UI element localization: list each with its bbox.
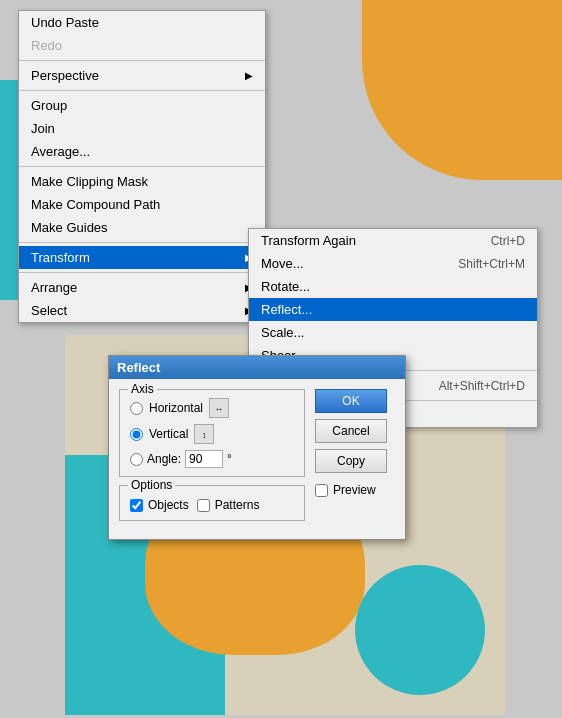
preview-label: Preview	[333, 483, 376, 497]
menu-item-join[interactable]: Join	[19, 117, 265, 140]
menu-item-make-compound-path[interactable]: Make Compound Path	[19, 193, 265, 216]
menu-separator-1	[19, 60, 265, 61]
submenu-item-transform-again[interactable]: Transform Again Ctrl+D	[249, 229, 537, 252]
reflect-dialog: Reflect Axis Horizontal ↔ Vertical ↕	[108, 355, 406, 540]
dialog-title: Reflect	[117, 360, 160, 375]
options-group-label: Options	[128, 478, 175, 492]
submenu-item-scale[interactable]: Scale...	[249, 321, 537, 344]
angle-row: Angle: °	[130, 450, 294, 468]
submenu-arrow-perspective: ▶	[245, 70, 253, 81]
axis-group-label: Axis	[128, 382, 157, 396]
submenu-item-move[interactable]: Move... Shift+Ctrl+M	[249, 252, 537, 275]
options-group-box: Options Objects Patterns	[119, 485, 305, 521]
shape-teal-bottom-right	[355, 565, 485, 695]
horizontal-label: Horizontal	[149, 401, 203, 415]
menu-item-transform[interactable]: Transform ▶	[19, 246, 265, 269]
shape-orange-top	[362, 0, 562, 180]
preview-row: Preview	[315, 483, 395, 497]
cancel-button[interactable]: Cancel	[315, 419, 387, 443]
angle-radio[interactable]	[130, 453, 143, 466]
vertical-radio[interactable]	[130, 428, 143, 441]
menu-item-perspective[interactable]: Perspective ▶	[19, 64, 265, 87]
patterns-checkbox-row: Patterns	[197, 498, 260, 512]
menu-item-undo-paste[interactable]: Undo Paste	[19, 11, 265, 34]
submenu-item-rotate[interactable]: Rotate...	[249, 275, 537, 298]
preview-checkbox[interactable]	[315, 484, 328, 497]
menu-item-average[interactable]: Average...	[19, 140, 265, 163]
horizontal-icon: ↔	[209, 398, 229, 418]
vertical-label: Vertical	[149, 427, 188, 441]
menu-item-make-guides[interactable]: Make Guides	[19, 216, 265, 239]
menu-separator-4	[19, 242, 265, 243]
menu-item-arrange[interactable]: Arrange ▶	[19, 276, 265, 299]
reflect-dialog-container: Reflect Axis Horizontal ↔ Vertical ↕	[108, 355, 406, 540]
context-menu: Undo Paste Redo Perspective ▶ Group Join…	[18, 10, 266, 323]
vertical-radio-row: Vertical ↕	[130, 424, 294, 444]
angle-unit: °	[227, 452, 232, 466]
submenu-item-reflect[interactable]: Reflect...	[249, 298, 537, 321]
dialog-left: Axis Horizontal ↔ Vertical ↕ Angle:	[119, 389, 305, 529]
menu-separator-2	[19, 90, 265, 91]
objects-checkbox-row: Objects	[130, 498, 189, 512]
horizontal-radio[interactable]	[130, 402, 143, 415]
menu-item-group[interactable]: Group	[19, 94, 265, 117]
objects-checkbox[interactable]	[130, 499, 143, 512]
dialog-titlebar: Reflect	[109, 356, 405, 379]
dialog-right: OK Cancel Copy Preview	[315, 389, 395, 529]
vertical-icon: ↕	[194, 424, 214, 444]
dialog-body: Axis Horizontal ↔ Vertical ↕ Angle:	[109, 379, 405, 539]
objects-label: Objects	[148, 498, 189, 512]
menu-item-select[interactable]: Select ▶	[19, 299, 265, 322]
menu-item-make-clipping-mask[interactable]: Make Clipping Mask	[19, 170, 265, 193]
horizontal-radio-row: Horizontal ↔	[130, 398, 294, 418]
menu-separator-5	[19, 272, 265, 273]
ok-button[interactable]: OK	[315, 389, 387, 413]
menu-separator-3	[19, 166, 265, 167]
patterns-checkbox[interactable]	[197, 499, 210, 512]
menu-item-redo[interactable]: Redo	[19, 34, 265, 57]
angle-input[interactable]	[185, 450, 223, 468]
axis-group-box: Axis Horizontal ↔ Vertical ↕ Angle:	[119, 389, 305, 477]
angle-label: Angle:	[147, 452, 181, 466]
copy-button[interactable]: Copy	[315, 449, 387, 473]
patterns-label: Patterns	[215, 498, 260, 512]
